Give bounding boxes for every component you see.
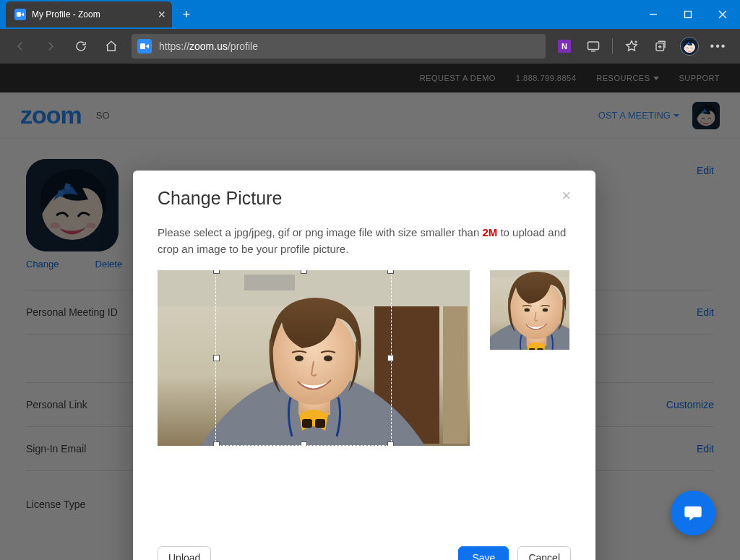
forward-button[interactable] bbox=[36, 32, 65, 61]
svg-rect-19 bbox=[685, 12, 692, 18]
browser-titlebar: My Profile - Zoom ✕ + bbox=[0, 0, 740, 29]
tab-title: My Profile - Zoom bbox=[32, 9, 100, 20]
onenote-extension-icon[interactable]: N bbox=[551, 33, 577, 59]
modal-close-button[interactable]: × bbox=[562, 188, 571, 204]
modal-description: Please select a jpg/jpeg, gif or png ima… bbox=[158, 225, 571, 257]
address-bar[interactable]: https://zoom.us/profile bbox=[132, 34, 546, 59]
crop-handle-ne[interactable] bbox=[387, 270, 394, 274]
crop-selection[interactable] bbox=[215, 270, 392, 446]
collections-icon[interactable] bbox=[648, 33, 674, 59]
refresh-button[interactable] bbox=[66, 32, 95, 61]
browser-navbar: https://zoom.us/profile N ••• bbox=[0, 29, 740, 64]
crop-canvas[interactable] bbox=[158, 270, 470, 446]
media-cast-icon[interactable] bbox=[580, 33, 606, 59]
crop-preview bbox=[490, 270, 569, 350]
image-crop-row bbox=[158, 270, 571, 446]
toolbar-separator bbox=[612, 38, 613, 54]
chat-bubble-button[interactable] bbox=[671, 491, 715, 535]
zoom-favicon-icon bbox=[14, 9, 26, 20]
url-text: https://zoom.us/profile bbox=[159, 40, 258, 52]
svg-rect-25 bbox=[588, 42, 599, 50]
upload-button[interactable]: Upload bbox=[158, 546, 211, 560]
modal-body: Please select a jpg/jpeg, gif or png ima… bbox=[133, 216, 595, 533]
back-button[interactable] bbox=[6, 32, 35, 61]
crop-handle-se[interactable] bbox=[387, 441, 394, 446]
crop-handle-n[interactable] bbox=[301, 270, 307, 274]
close-tab-icon[interactable]: ✕ bbox=[158, 9, 166, 20]
toolbar-right: N ••• bbox=[551, 33, 734, 59]
close-window-button[interactable] bbox=[705, 0, 740, 29]
home-button[interactable] bbox=[97, 32, 126, 61]
modal-title: Change Picture bbox=[158, 188, 282, 209]
crop-handle-s[interactable] bbox=[301, 441, 307, 446]
crop-handle-e[interactable] bbox=[387, 355, 394, 361]
browser-tab[interactable]: My Profile - Zoom ✕ bbox=[6, 1, 172, 27]
cancel-button[interactable]: Cancel bbox=[517, 546, 571, 560]
svg-rect-22 bbox=[140, 43, 145, 49]
crop-handle-w[interactable] bbox=[213, 355, 220, 361]
minimize-button[interactable] bbox=[636, 0, 671, 29]
maximize-button[interactable] bbox=[671, 0, 705, 29]
crop-handle-sw[interactable] bbox=[213, 441, 220, 446]
svg-rect-17 bbox=[17, 12, 21, 17]
modal-footer: Upload Save Cancel bbox=[133, 533, 595, 560]
page-viewport: REQUEST A DEMO 1.888.799.8854 RESOURCES … bbox=[0, 64, 740, 560]
more-menu-button[interactable]: ••• bbox=[705, 33, 731, 59]
site-favicon-icon bbox=[137, 39, 152, 53]
desc-part1: Please select a jpg/jpeg, gif or png ima… bbox=[158, 226, 482, 238]
window-controls bbox=[636, 0, 740, 29]
crop-handle-nw[interactable] bbox=[213, 270, 220, 274]
url-domain: zoom.us bbox=[189, 40, 228, 52]
modal-header: Change Picture × bbox=[133, 171, 595, 216]
svg-text:N: N bbox=[562, 42, 567, 51]
change-picture-modal: Change Picture × Please select a jpg/jpe… bbox=[133, 171, 595, 560]
url-scheme: https:// bbox=[159, 40, 189, 52]
save-button[interactable]: Save bbox=[458, 546, 509, 560]
new-tab-button[interactable]: + bbox=[176, 4, 197, 25]
url-path: /profile bbox=[228, 40, 258, 52]
profile-avatar-icon[interactable] bbox=[676, 33, 702, 59]
favorites-icon[interactable] bbox=[619, 33, 645, 59]
size-limit: 2M bbox=[482, 226, 497, 238]
